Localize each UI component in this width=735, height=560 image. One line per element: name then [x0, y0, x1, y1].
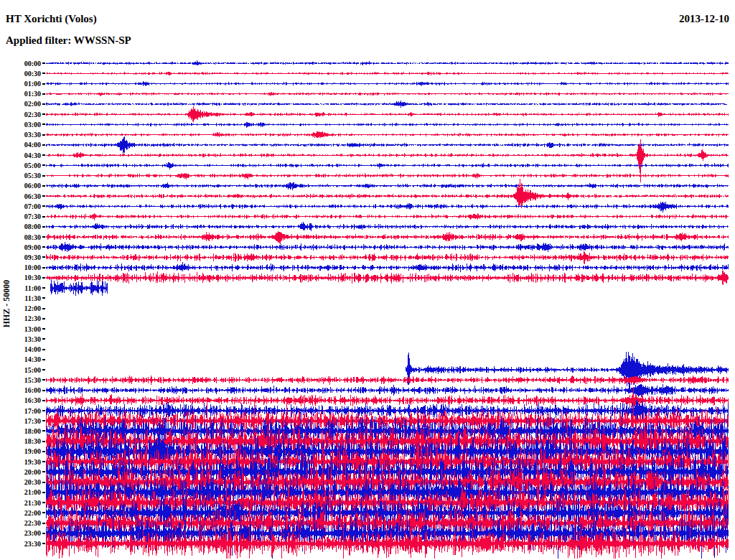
row-tick: [42, 451, 45, 452]
row-tick: [42, 492, 45, 493]
time-label-0230: 02:30: [24, 111, 41, 118]
time-label-1900: 19:00: [24, 447, 41, 455]
row-tick: [42, 543, 45, 544]
trace-row-0400: [46, 136, 728, 154]
row-tick: [42, 359, 45, 360]
time-label-0600: 06:00: [24, 182, 41, 190]
trace-row-0630: [46, 179, 728, 208]
time-label-1700: 17:00: [24, 407, 41, 415]
trace-row-0600: [46, 182, 728, 190]
trace-row-0030: [46, 72, 728, 76]
row-tick: [42, 482, 45, 483]
row-tick: [42, 328, 45, 330]
trace-row-1000: [46, 262, 728, 272]
trace-row-1500: [406, 352, 728, 392]
time-label-2330: 23:30: [24, 540, 41, 548]
row-tick: [42, 277, 45, 279]
time-label-1630: 16:30: [24, 396, 41, 404]
trace-row-0230: [46, 106, 728, 122]
time-label-0200: 02:00: [24, 100, 41, 108]
time-label-0300: 03:00: [24, 121, 41, 129]
trace-row-0900: [46, 242, 728, 252]
row-tick: [42, 379, 45, 381]
trace-row-0130: [46, 92, 728, 96]
row-tick: [42, 502, 45, 503]
row-tick: [42, 236, 45, 238]
time-label-2030: 20:30: [24, 478, 41, 486]
row-tick: [42, 338, 45, 340]
time-label-1230: 12:30: [24, 314, 41, 322]
row-tick: [42, 523, 45, 524]
row-tick: [42, 154, 45, 156]
row-tick: [42, 246, 45, 248]
trace-row-0830: [46, 231, 728, 245]
trace-row-0330: [46, 131, 728, 138]
row-tick: [42, 441, 45, 442]
trace-row-0730: [46, 213, 728, 220]
time-label-0400: 04:00: [24, 141, 41, 149]
trace-row-1600: [46, 384, 728, 398]
row-tick: [42, 533, 45, 534]
time-label-1430: 14:30: [24, 355, 41, 363]
trace-row-0000: [46, 60, 728, 65]
row-tick: [42, 267, 45, 269]
trace-row-0930: [46, 251, 728, 264]
trace-row-0530: [46, 173, 728, 179]
row-tick: [42, 297, 45, 299]
trace-row-0300: [46, 122, 728, 129]
time-label-1930: 19:30: [24, 458, 41, 466]
time-label-0330: 03:30: [24, 131, 41, 139]
row-tick: [42, 185, 45, 187]
time-label-1030: 10:30: [24, 274, 41, 281]
time-label-0900: 09:00: [24, 243, 41, 251]
row-tick: [42, 349, 45, 350]
time-label-2200: 22:00: [24, 509, 41, 517]
time-label-1530: 15:30: [24, 376, 41, 384]
trace-row-0500: [46, 162, 728, 169]
time-label-0030: 00:30: [24, 70, 41, 78]
row-tick: [42, 62, 45, 64]
row-tick: [42, 400, 45, 401]
time-label-0700: 07:00: [24, 202, 41, 210]
time-label-1500: 15:00: [24, 366, 41, 374]
time-label-1200: 12:00: [24, 304, 41, 312]
trace-row-0800: [46, 222, 728, 231]
row-tick: [42, 73, 45, 74]
time-label-1400: 14:00: [24, 345, 41, 353]
time-label-2230: 22:30: [24, 519, 41, 527]
time-label-1800: 18:00: [24, 427, 41, 435]
row-tick: [42, 216, 45, 218]
time-label-1330: 13:30: [24, 335, 41, 343]
row-tick: [42, 471, 45, 472]
time-label-0130: 01:30: [24, 90, 41, 98]
row-tick: [42, 226, 45, 228]
time-label-0500: 05:00: [24, 162, 41, 169]
trace-row-0700: [46, 202, 728, 213]
row-tick: [42, 93, 45, 95]
time-label-0930: 09:30: [24, 253, 41, 261]
row-tick: [42, 134, 45, 136]
row-tick: [42, 103, 45, 105]
row-tick: [42, 308, 45, 309]
time-label-1100: 11:00: [24, 284, 41, 292]
time-label-2130: 21:30: [24, 499, 41, 507]
helicorder-plot: 00:0000:3001:0001:3002:0002:3003:0003:30…: [0, 0, 735, 560]
time-label-1830: 18:30: [24, 437, 41, 445]
row-tick: [42, 175, 45, 177]
row-tick: [42, 420, 45, 421]
row-tick: [42, 410, 45, 411]
time-label-0730: 07:30: [24, 213, 41, 220]
time-label-2000: 20:00: [24, 468, 41, 476]
time-label-1600: 16:00: [24, 386, 41, 394]
row-tick: [42, 318, 45, 319]
row-tick: [42, 113, 45, 115]
time-label-0100: 01:00: [24, 80, 41, 88]
time-label-2300: 23:00: [24, 529, 41, 537]
row-tick: [42, 195, 45, 197]
trace-row-1100: [50, 279, 107, 296]
time-label-0800: 08:00: [24, 223, 41, 230]
row-tick: [42, 256, 45, 258]
time-label-0630: 06:30: [24, 192, 41, 200]
row-tick: [42, 390, 45, 391]
trace-row-0200: [46, 101, 728, 108]
